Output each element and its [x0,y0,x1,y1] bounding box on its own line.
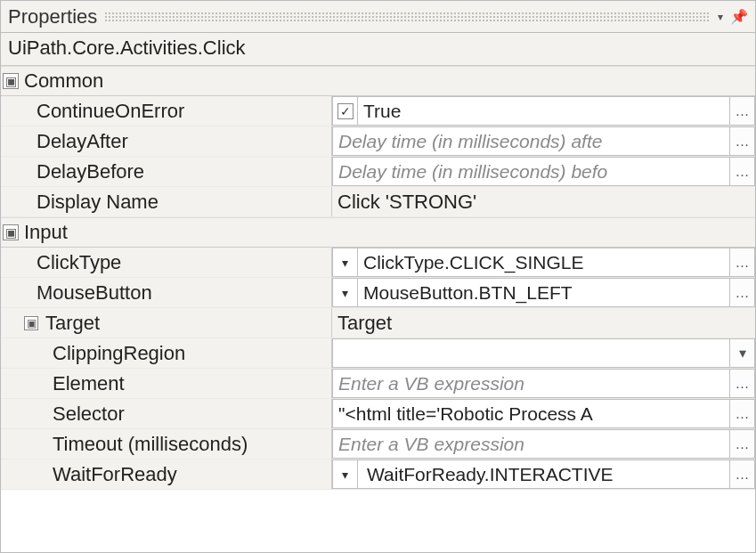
panel-header: Properties ▾ 📌 [1,1,755,33]
prop-label: DelayBefore [1,157,332,186]
row-timeout: Timeout (milliseconds) Enter a VB expres… [1,429,755,459]
dropdown-button[interactable]: ▾ [730,338,755,368]
row-selector: Selector "<html title='Robotic Process A… [1,399,755,429]
ellipsis-button[interactable]: … [730,96,755,126]
collapse-icon[interactable]: ▣ [3,224,19,240]
properties-panel: Properties ▾ 📌 UiPath.Core.Activities.Cl… [0,0,756,553]
prop-label: MouseButton [1,278,332,307]
click-type-value[interactable]: ClickType.CLICK_SINGLE [357,248,730,277]
row-delay-before: DelayBefore Delay time (in milliseconds)… [1,157,755,187]
continue-on-error-checkbox[interactable]: ✓ [332,96,357,126]
category-input[interactable]: ▣ Input [1,217,755,248]
target-value[interactable]: Target [332,308,755,337]
category-label: Input [24,221,68,244]
row-display-name: Display Name Click 'STRONG' [1,187,755,217]
row-click-type: ClickType ▾ ClickType.CLICK_SINGLE … [1,248,755,278]
mouse-button-value[interactable]: MouseButton.BTN_LEFT [357,278,730,307]
row-delay-after: DelayAfter Delay time (in milliseconds) … [1,126,755,157]
category-common[interactable]: ▣ Common [1,66,755,96]
pin-icon[interactable]: 📌 [730,8,748,25]
display-name-value[interactable]: Click 'STRONG' [332,187,755,216]
wait-for-ready-dropdown[interactable]: ▾ [332,459,357,489]
prop-label: Selector [1,399,332,428]
continue-on-error-input[interactable]: True [357,96,730,126]
prop-label: DelayAfter [1,126,332,156]
row-wait-for-ready: WaitForReady ▾ WaitForReady.INTERACTIVE … [1,459,755,490]
prop-label: ContinueOnError [1,96,332,126]
ellipsis-button[interactable]: … [730,399,755,428]
element-input[interactable]: Enter a VB expression [332,369,730,398]
delay-after-input[interactable]: Delay time (in milliseconds) afte [332,126,730,156]
prop-label-target: ▣ Target [1,308,332,337]
window-menu-icon[interactable]: ▾ [718,11,723,23]
ellipsis-button[interactable]: … [730,459,755,489]
clipping-region-input[interactable] [332,338,730,368]
delay-before-input[interactable]: Delay time (in milliseconds) befo [332,157,730,186]
ellipsis-button[interactable]: … [730,126,755,156]
ellipsis-button[interactable]: … [730,369,755,398]
prop-label: Display Name [1,187,332,216]
ellipsis-button[interactable]: … [730,157,755,186]
timeout-input[interactable]: Enter a VB expression [332,429,730,459]
ellipsis-button[interactable]: … [730,429,755,459]
prop-label: Timeout (milliseconds) [1,429,332,459]
row-mouse-button: MouseButton ▾ MouseButton.BTN_LEFT … [1,278,755,308]
prop-label: Element [1,369,332,398]
mouse-button-dropdown[interactable]: ▾ [332,278,357,307]
header-grip [104,12,711,22]
collapse-icon[interactable]: ▣ [3,73,19,89]
wait-for-ready-value[interactable]: WaitForReady.INTERACTIVE [357,459,730,489]
ellipsis-button[interactable]: … [730,278,755,307]
selector-input[interactable]: "<html title='Robotic Process A [332,399,730,428]
panel-title: Properties [8,5,97,28]
row-target: ▣ Target Target [1,308,755,338]
prop-label: ClickType [1,248,332,277]
click-type-dropdown[interactable]: ▾ [332,248,357,277]
prop-label: WaitForReady [1,459,332,489]
selected-object-name: UiPath.Core.Activities.Click [1,33,755,66]
row-clipping-region: ClippingRegion ▾ [1,338,755,369]
collapse-icon[interactable]: ▣ [24,316,38,330]
row-element: Element Enter a VB expression … [1,369,755,399]
ellipsis-button[interactable]: … [730,248,755,277]
row-continue-on-error: ContinueOnError ✓ True … [1,96,755,126]
prop-label: ClippingRegion [1,338,332,368]
category-label: Common [24,69,103,93]
